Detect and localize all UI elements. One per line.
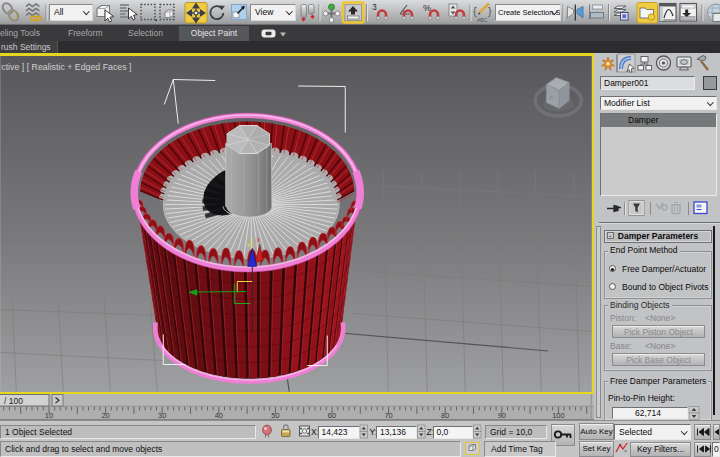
svg-text:/ 100: / 100 (4, 396, 23, 406)
svg-text:10: 10 (45, 411, 53, 420)
svg-text:90: 90 (498, 411, 506, 420)
svg-text:70: 70 (384, 411, 392, 420)
svg-text:Y: Y (246, 241, 250, 247)
svg-text:100: 100 (552, 411, 565, 420)
svg-text:30: 30 (158, 411, 166, 420)
svg-text:80: 80 (441, 411, 449, 420)
svg-text:20: 20 (101, 411, 109, 420)
svg-text:X: X (256, 236, 260, 242)
svg-text:50: 50 (271, 411, 279, 420)
svg-text:ltr: ltr (549, 94, 554, 100)
svg-text:60: 60 (328, 411, 336, 420)
svg-text:40: 40 (215, 411, 223, 420)
